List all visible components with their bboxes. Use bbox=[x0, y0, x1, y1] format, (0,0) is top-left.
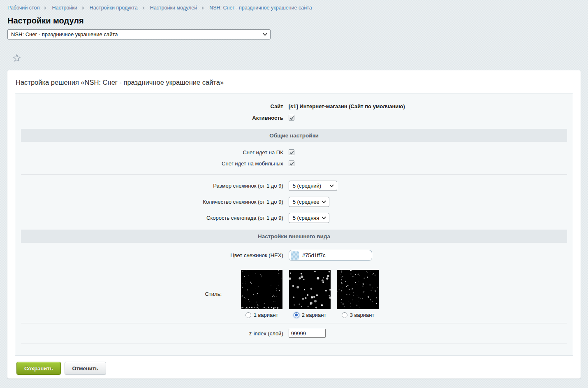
style-row: Стиль: 1 вариант 2 вариант bbox=[21, 270, 567, 318]
settings-form: Сайт [s1] Интернет-магазин (Сайт по умол… bbox=[15, 93, 573, 355]
flake-color-row: Цвет снежинок (HEX) bbox=[21, 250, 567, 261]
flake-size-row: Размер снежинок (от 1 до 9) 5 (средний) bbox=[21, 181, 567, 191]
site-label: Сайт bbox=[21, 103, 289, 109]
style-option-2: 2 вариант bbox=[289, 270, 331, 318]
flake-count-label: Количество снежинок (от 1 до 9) bbox=[21, 199, 289, 205]
color-swatch[interactable] bbox=[291, 251, 299, 260]
flake-count-select[interactable]: 5 (среднее) bbox=[289, 197, 329, 207]
style-radio[interactable] bbox=[342, 312, 347, 318]
flake-color-input[interactable] bbox=[289, 250, 372, 261]
snow-preview[interactable] bbox=[289, 270, 331, 309]
settings-panel: Настройка решения «NSH: Снег - праздничн… bbox=[7, 70, 581, 379]
style-radio[interactable] bbox=[245, 312, 251, 318]
breadcrumb-separator-icon bbox=[82, 6, 85, 10]
snow-preview[interactable] bbox=[241, 270, 282, 309]
breadcrumb-item-module-settings[interactable]: Настройки модулей bbox=[150, 5, 197, 11]
breadcrumb-separator-icon bbox=[143, 6, 145, 10]
activity-label: Активность bbox=[21, 115, 289, 121]
form-title: Настройка решения «NSH: Снег - праздничн… bbox=[16, 79, 573, 86]
flake-count-row: Количество снежинок (от 1 до 9) 5 (средн… bbox=[21, 197, 567, 207]
page-title: Настройки модуля bbox=[7, 16, 588, 26]
style-option-text: 2 вариант bbox=[302, 312, 326, 318]
style-radio-label-2[interactable]: 2 вариант bbox=[294, 312, 326, 318]
snowfall-speed-select[interactable]: 5 (средняя) bbox=[289, 213, 329, 223]
style-label: Стиль: bbox=[21, 291, 222, 297]
site-row: Сайт [s1] Интернет-магазин (Сайт по умол… bbox=[21, 102, 567, 111]
snow-pc-row: Снег идет на ПК bbox=[21, 148, 567, 156]
snow-mobile-row: Снег идет на мобильных bbox=[21, 159, 567, 167]
style-option-text: 3 вариант bbox=[350, 312, 375, 318]
style-radio-label-1[interactable]: 1 вариант bbox=[245, 312, 278, 318]
divider bbox=[21, 344, 567, 344]
site-value: [s1] Интернет-магазин (Сайт по умолчанию… bbox=[289, 103, 405, 109]
snow-mobile-label: Снег идет на мобильных bbox=[21, 160, 289, 167]
divider bbox=[21, 174, 567, 175]
divider bbox=[21, 323, 567, 323]
section-header-general: Общие настройки bbox=[21, 129, 567, 142]
snow-preview[interactable] bbox=[337, 270, 379, 309]
style-option-3: 3 вариант bbox=[337, 270, 379, 318]
section-header-appearance: Настройки внешнего вида bbox=[21, 230, 567, 243]
breadcrumb-item-settings[interactable]: Настройки bbox=[52, 5, 77, 11]
breadcrumb-separator-icon bbox=[44, 6, 47, 10]
zindex-label: z-index (слой) bbox=[21, 330, 289, 337]
cancel-button[interactable]: Отменить bbox=[65, 362, 106, 375]
flake-size-label: Размер снежинок (от 1 до 9) bbox=[21, 183, 289, 189]
style-option-text: 1 вариант bbox=[254, 312, 278, 318]
module-select[interactable]: NSH: Снег - праздничное украшение сайта bbox=[7, 29, 271, 39]
breadcrumb-item-desktop[interactable]: Рабочий стол bbox=[7, 5, 39, 11]
zindex-row: z-index (слой) bbox=[21, 329, 567, 338]
breadcrumb-item-product-settings[interactable]: Настройки продукта bbox=[90, 5, 138, 11]
breadcrumb-separator-icon bbox=[202, 6, 204, 10]
activity-row: Активность bbox=[21, 113, 567, 122]
breadcrumb-item-current[interactable]: NSH: Снег - праздничное украшение сайта bbox=[209, 5, 312, 11]
flake-size-select[interactable]: 5 (средний) bbox=[289, 181, 337, 191]
style-radio[interactable] bbox=[294, 312, 299, 318]
style-option-1: 1 вариант bbox=[241, 270, 282, 318]
save-button[interactable]: Сохранить bbox=[16, 362, 61, 375]
favorite-star-icon[interactable] bbox=[12, 53, 22, 63]
style-radio-label-3[interactable]: 3 вариант bbox=[342, 312, 375, 318]
snow-mobile-checkbox[interactable] bbox=[289, 160, 294, 166]
snowfall-speed-row: Скорость снегопада (от 1 до 9) 5 (средня… bbox=[21, 213, 567, 223]
breadcrumb: Рабочий стол Настройки Настройки продукт… bbox=[0, 0, 588, 11]
zindex-input[interactable] bbox=[289, 329, 326, 338]
snow-pc-label: Снег идет на ПК bbox=[21, 149, 289, 156]
snowfall-speed-label: Скорость снегопада (от 1 до 9) bbox=[21, 215, 289, 221]
snow-pc-checkbox[interactable] bbox=[289, 149, 294, 155]
activity-checkbox[interactable] bbox=[289, 115, 294, 121]
flake-color-label: Цвет снежинок (HEX) bbox=[21, 252, 289, 258]
